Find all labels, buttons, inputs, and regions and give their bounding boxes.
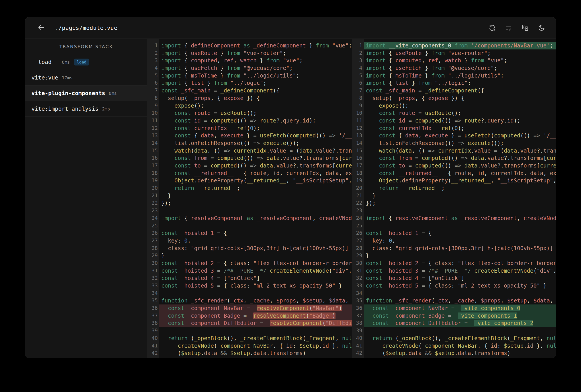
code-line: 9 expose(); <box>352 102 556 110</box>
code-line: 15 watch(data, () => currentIdx.value = … <box>352 147 556 154</box>
code-line: 19 Object.defineProperty(__returned__, "… <box>147 177 352 184</box>
code-line: 40 return (_openBlock(), _createElementB… <box>147 334 352 342</box>
code-line: 29} <box>352 252 556 260</box>
code-line: 38 const _component_DiffEditor = _resolv… <box>147 320 352 327</box>
main-content: TRANSFORM STACK __load__0msloadvite:vue1… <box>25 39 556 358</box>
sidebar-item-vite-plugin-components[interactable]: vite-plugin-components0ms <box>25 86 147 101</box>
line-number: 39 <box>147 327 159 334</box>
refresh-icon[interactable] <box>488 24 496 32</box>
plugin-name: vite-plugin-components <box>32 90 105 96</box>
code-line: 37 const _component_Badge = _resolveComp… <box>147 312 352 320</box>
line-number: 19 <box>147 177 159 184</box>
sidebar-item--load-[interactable]: __load__0msload <box>25 54 147 70</box>
plugin-time: 17ms <box>62 75 72 80</box>
line-number: 1 <box>147 42 159 50</box>
line-number: 14 <box>352 140 364 147</box>
transform-stack-header: TRANSFORM STACK <box>25 39 147 54</box>
line-number: 32 <box>147 274 159 282</box>
code-line: 17 const to = computed(() => data.value?… <box>147 162 352 170</box>
code-line: 7const _sfc_main = _defineComponent({ <box>147 87 352 94</box>
code-line: 39 <box>352 327 556 334</box>
code-line: 11 const id = computed(() => route?.quer… <box>147 117 352 124</box>
code-line: 29} <box>147 252 352 260</box>
line-number: 33 <box>352 282 364 290</box>
line-number: 18 <box>352 170 364 177</box>
line-number: 19 <box>352 177 364 184</box>
code-line: 41 _createVNode(_component_NavBar, { id:… <box>147 342 352 350</box>
line-number: 34 <box>352 290 364 297</box>
code-line: 3import { computed, ref, watch } from "v… <box>147 57 352 64</box>
diff-pane-after[interactable]: 1import __vite_components_0 from '/compo… <box>352 39 556 358</box>
line-number: 16 <box>352 154 364 162</box>
line-number: 38 <box>147 320 159 327</box>
dark-mode-moon-icon[interactable] <box>538 24 545 32</box>
line-number: 20 <box>147 184 159 192</box>
line-number: 7 <box>352 87 364 94</box>
line-number: 33 <box>147 282 159 290</box>
side-by-side-diff-icon[interactable] <box>522 24 529 32</box>
line-number: 24 <box>147 214 159 222</box>
line-number: 25 <box>352 222 364 230</box>
code-line: 2import { useRoute } from "vue-router"; <box>147 50 352 57</box>
code-line: 5import { msToTime } from "../logic/util… <box>147 72 352 80</box>
code-line: 16 const from = computed(() => data.valu… <box>147 154 352 162</box>
line-number: 2 <box>147 50 159 57</box>
code-line: 18 const __returned__ = { route, id, cur… <box>147 170 352 177</box>
line-number: 8 <box>147 94 159 102</box>
line-number: 42 <box>352 350 364 357</box>
line-number: 30 <box>147 260 159 267</box>
line-number: 2 <box>352 50 364 57</box>
line-number: 25 <box>147 222 159 230</box>
line-number: 17 <box>147 162 159 170</box>
code-line: 18 const __returned__ = { route, id, cur… <box>352 170 556 177</box>
toolbar-icons <box>488 24 545 32</box>
code-line: 21 } <box>352 192 556 200</box>
sidebar-item-vite-import-analysis[interactable]: vite:import-analysis2ms <box>25 101 147 117</box>
line-number: 5 <box>352 72 364 80</box>
line-number: 4 <box>352 64 364 72</box>
line-number: 6 <box>352 79 364 87</box>
code-line: 28 class: "grid grid-cols-[300px,3fr] h-… <box>352 244 556 252</box>
line-number: 23 <box>147 207 159 214</box>
line-number: 6 <box>147 79 159 87</box>
load-badge: load <box>74 58 89 66</box>
wrap-lines-icon[interactable] <box>505 24 512 32</box>
code-line: 2import { useRoute } from "vue-router"; <box>352 50 556 57</box>
code-line: 12 const currentIdx = ref(0); <box>147 124 352 132</box>
line-number: 5 <box>147 72 159 80</box>
diff-pane-before[interactable]: 1import { defineComponent as _defineComp… <box>147 39 352 358</box>
code-line: 27 key: 0, <box>147 237 352 244</box>
code-line: 7const _sfc_main = _defineComponent({ <box>352 87 556 94</box>
code-line: 34 <box>147 290 352 297</box>
code-line: 36 const _component_NavBar = _resolveCom… <box>147 304 352 312</box>
code-line: 15 watch(data, () => currentIdx.value = … <box>147 147 352 154</box>
code-line: 24import { resolveComponent as _resolveC… <box>147 214 352 222</box>
code-line: 27 key: 0, <box>352 237 556 244</box>
line-number: 10 <box>147 109 159 117</box>
arrow-left-icon <box>37 24 45 32</box>
line-number: 14 <box>147 140 159 147</box>
code-line: 33const _hoisted_5 = { class: "ml-2 text… <box>147 282 352 290</box>
line-number: 9 <box>352 102 364 110</box>
line-number: 8 <box>352 94 364 102</box>
line-number: 17 <box>352 162 364 170</box>
line-number: 41 <box>352 342 364 350</box>
code-line: 31const _hoisted_3 = /*#__PURE__*/_creat… <box>147 267 352 274</box>
line-number: 10 <box>352 109 364 117</box>
line-number: 22 <box>352 199 364 207</box>
line-number: 35 <box>352 297 364 304</box>
line-number: 31 <box>147 267 159 274</box>
line-number: 3 <box>147 57 159 64</box>
line-number: 15 <box>147 147 159 154</box>
code-line: 23 <box>352 207 556 214</box>
back-button[interactable] <box>37 24 45 32</box>
code-line: 4import { useFetch } from "@vueuse/core"… <box>147 64 352 72</box>
code-line: 10 const route = useRoute(); <box>352 109 556 117</box>
line-number: 39 <box>352 327 364 334</box>
line-number: 35 <box>147 297 159 304</box>
sidebar-item-vite-vue[interactable]: vite:vue17ms <box>25 70 147 86</box>
code-line: 23 <box>147 207 352 214</box>
code-line: 32const _hoisted_4 = ["onClick"] <box>352 274 556 282</box>
code-line: 25 <box>147 222 352 230</box>
line-number: 24 <box>352 214 364 222</box>
